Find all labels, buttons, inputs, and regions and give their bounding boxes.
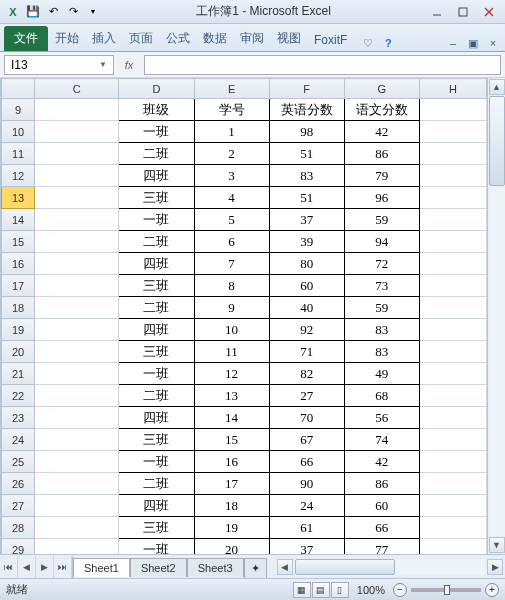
cell-F25[interactable]: 66 <box>269 451 344 473</box>
scroll-right-icon[interactable]: ▶ <box>487 559 503 575</box>
cell-G26[interactable]: 86 <box>344 473 419 495</box>
ribbon-tab-page[interactable]: 页面 <box>123 26 159 51</box>
name-box-dropdown-icon[interactable]: ▼ <box>99 60 107 69</box>
cell-E11[interactable]: 2 <box>194 143 269 165</box>
view-normal-icon[interactable]: ▦ <box>293 582 311 598</box>
ribbon-tab-insert[interactable]: 插入 <box>86 26 122 51</box>
col-header-G[interactable]: G <box>344 79 419 99</box>
cell-C18[interactable] <box>35 297 119 319</box>
zoom-out-button[interactable]: − <box>393 583 407 597</box>
row-header-18[interactable]: 18 <box>2 297 35 319</box>
cell-F27[interactable]: 24 <box>269 495 344 517</box>
cell-G25[interactable]: 42 <box>344 451 419 473</box>
cell-F13[interactable]: 51 <box>269 187 344 209</box>
horizontal-scrollbar[interactable]: ◀ ▶ <box>275 559 505 575</box>
row-header-20[interactable]: 20 <box>2 341 35 363</box>
cell-H12[interactable] <box>419 165 486 187</box>
name-box[interactable]: I13 ▼ <box>4 55 114 75</box>
row-header-23[interactable]: 23 <box>2 407 35 429</box>
row-header-12[interactable]: 12 <box>2 165 35 187</box>
cell-C26[interactable] <box>35 473 119 495</box>
cell-F23[interactable]: 70 <box>269 407 344 429</box>
cell-H18[interactable] <box>419 297 486 319</box>
cell-C14[interactable] <box>35 209 119 231</box>
cell-H24[interactable] <box>419 429 486 451</box>
row-header-22[interactable]: 22 <box>2 385 35 407</box>
redo-icon[interactable]: ↷ <box>64 3 82 21</box>
cell-F20[interactable]: 71 <box>269 341 344 363</box>
cell-D14[interactable]: 一班 <box>119 209 194 231</box>
sheet-nav-prev-icon[interactable]: ◀ <box>18 556 36 578</box>
cell-H15[interactable] <box>419 231 486 253</box>
view-page-icon[interactable]: ▤ <box>312 582 330 598</box>
row-header-25[interactable]: 25 <box>2 451 35 473</box>
ribbon-tab-home[interactable]: 开始 <box>49 26 85 51</box>
row-header-10[interactable]: 10 <box>2 121 35 143</box>
cell-C29[interactable] <box>35 539 119 555</box>
col-header-E[interactable]: E <box>194 79 269 99</box>
ribbon-tab-foxit[interactable]: FoxitF <box>308 29 353 51</box>
cell-D17[interactable]: 三班 <box>119 275 194 297</box>
cell-E25[interactable]: 16 <box>194 451 269 473</box>
cell-G23[interactable]: 56 <box>344 407 419 429</box>
cell-H19[interactable] <box>419 319 486 341</box>
cell-H29[interactable] <box>419 539 486 555</box>
cell-D24[interactable]: 三班 <box>119 429 194 451</box>
cell-F10[interactable]: 98 <box>269 121 344 143</box>
cell-D19[interactable]: 四班 <box>119 319 194 341</box>
cell-G24[interactable]: 74 <box>344 429 419 451</box>
cell-E26[interactable]: 17 <box>194 473 269 495</box>
cell-D13[interactable]: 三班 <box>119 187 194 209</box>
hscroll-thumb[interactable] <box>295 559 395 575</box>
cell-E10[interactable]: 1 <box>194 121 269 143</box>
cell-D29[interactable]: 一班 <box>119 539 194 555</box>
cell-H21[interactable] <box>419 363 486 385</box>
cell-G19[interactable]: 83 <box>344 319 419 341</box>
save-icon[interactable]: 💾 <box>24 3 42 21</box>
cell-D10[interactable]: 一班 <box>119 121 194 143</box>
maximize-button[interactable] <box>451 4 475 20</box>
row-header-26[interactable]: 26 <box>2 473 35 495</box>
ribbon-tab-formulas[interactable]: 公式 <box>160 26 196 51</box>
cell-H25[interactable] <box>419 451 486 473</box>
fx-icon[interactable]: fx <box>120 56 138 74</box>
cell-G10[interactable]: 42 <box>344 121 419 143</box>
cell-F28[interactable]: 61 <box>269 517 344 539</box>
cell-C17[interactable] <box>35 275 119 297</box>
help-icon[interactable]: ? <box>380 35 396 51</box>
row-header-27[interactable]: 27 <box>2 495 35 517</box>
cell-G17[interactable]: 73 <box>344 275 419 297</box>
cell-G20[interactable]: 83 <box>344 341 419 363</box>
cell-F11[interactable]: 51 <box>269 143 344 165</box>
row-header-9[interactable]: 9 <box>2 99 35 121</box>
cell-D21[interactable]: 一班 <box>119 363 194 385</box>
cell-G13[interactable]: 96 <box>344 187 419 209</box>
cell-H9[interactable] <box>419 99 486 121</box>
cell-F17[interactable]: 60 <box>269 275 344 297</box>
cell-E14[interactable]: 5 <box>194 209 269 231</box>
ribbon-minimize-icon[interactable]: ♡ <box>360 35 376 51</box>
cell-E27[interactable]: 18 <box>194 495 269 517</box>
cell-D23[interactable]: 四班 <box>119 407 194 429</box>
sheet-nav-first-icon[interactable]: ⏮ <box>0 556 18 578</box>
cell-F16[interactable]: 80 <box>269 253 344 275</box>
sheet-tab-1[interactable]: Sheet1 <box>73 558 130 577</box>
cell-D28[interactable]: 三班 <box>119 517 194 539</box>
cell-E22[interactable]: 13 <box>194 385 269 407</box>
cell-G29[interactable]: 77 <box>344 539 419 555</box>
cell-C13[interactable] <box>35 187 119 209</box>
scroll-down-icon[interactable]: ▼ <box>489 537 505 553</box>
cell-G15[interactable]: 94 <box>344 231 419 253</box>
row-header-21[interactable]: 21 <box>2 363 35 385</box>
scroll-thumb[interactable] <box>489 96 505 186</box>
minimize-button[interactable] <box>425 4 449 20</box>
cell-D18[interactable]: 二班 <box>119 297 194 319</box>
cell-C24[interactable] <box>35 429 119 451</box>
row-header-29[interactable]: 29 <box>2 539 35 555</box>
cell-D16[interactable]: 四班 <box>119 253 194 275</box>
col-header-H[interactable]: H <box>419 79 486 99</box>
row-header-14[interactable]: 14 <box>2 209 35 231</box>
cell-C11[interactable] <box>35 143 119 165</box>
zoom-level[interactable]: 100% <box>357 584 385 596</box>
cell-C21[interactable] <box>35 363 119 385</box>
